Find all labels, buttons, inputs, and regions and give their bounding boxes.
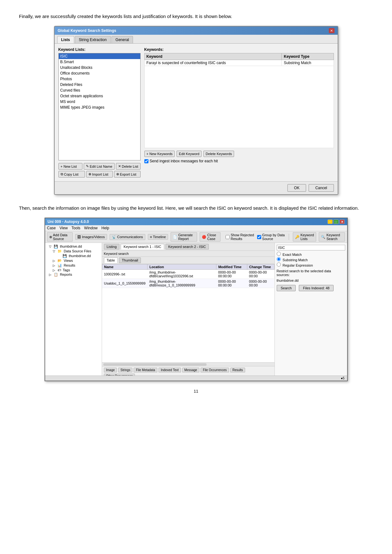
- ok-button[interactable]: OK: [287, 184, 306, 192]
- group-by-data-source-label: Group by Data Source: [257, 233, 285, 241]
- menu-window[interactable]: Window: [84, 226, 98, 230]
- dialog-close-button[interactable]: ✕: [329, 28, 335, 33]
- tree-item-label: thumbdrive.dd: [69, 254, 91, 258]
- bottom-tab-strings[interactable]: Strings: [118, 368, 132, 372]
- tree-item-label: Tags: [63, 268, 70, 272]
- tree-item-thumbdrive[interactable]: ▽ 💾 thumbdrive.dd: [46, 244, 100, 249]
- bottom-tab-image[interactable]: Image: [104, 368, 117, 372]
- generate-report-button[interactable]: 📄 Generate Report: [171, 232, 197, 242]
- search-execute-button[interactable]: Search: [277, 285, 296, 291]
- table-row[interactable]: 10002996-.txt /img_thumbdrive-dfd8/carve…: [102, 270, 274, 279]
- list-item[interactable]: B.Smart: [59, 59, 140, 65]
- regex-option[interactable]: Regular Expression: [277, 262, 345, 267]
- list-item[interactable]: Office documents: [59, 70, 140, 76]
- exact-match-radio[interactable]: [277, 252, 281, 256]
- list-item[interactable]: Photos: [59, 76, 140, 82]
- menu-tools[interactable]: Tools: [71, 226, 80, 230]
- autopsy-tabs-bar: Listing Keyword search 1 - ISIC Keyword …: [102, 243, 274, 251]
- file-modified-cell: 0000-00-00 00:00:00: [216, 270, 247, 279]
- generate-report-label: Generate Report: [178, 233, 195, 241]
- col-name: Name: [102, 264, 148, 270]
- tree-item-reports[interactable]: ▷ 📋 Reports: [46, 272, 100, 277]
- tab-thumbnail[interactable]: Thumbnail: [119, 257, 141, 263]
- bottom-tab-message[interactable]: Message: [182, 368, 200, 372]
- autopsy-main: Listing Keyword search 1 - ISIC Keyword …: [102, 243, 274, 376]
- tab-general[interactable]: General: [112, 36, 133, 43]
- tree-item-label: Reports: [60, 273, 72, 276]
- tab-listing[interactable]: Listing: [104, 244, 120, 250]
- list-item[interactable]: Curved files: [59, 87, 140, 93]
- tab-kw-search-2[interactable]: Keyword search 2 - ISIC: [166, 244, 209, 250]
- exact-match-option[interactable]: Exact Match: [277, 252, 345, 256]
- tree-item-views[interactable]: ▷ 📂 Views: [46, 258, 100, 263]
- table-row[interactable]: Usaldoc_1_0_1559999999 /img_thumbdrive-d…: [102, 279, 274, 288]
- communications-button[interactable]: 📡 Communications: [110, 234, 145, 240]
- menu-view[interactable]: View: [60, 226, 68, 230]
- files-indexed-button[interactable]: Files Indexed: 48: [299, 285, 334, 291]
- timeline-button[interactable]: ≡ Timeline: [148, 234, 168, 240]
- delete-keywords-button[interactable]: Delete Keywords: [203, 151, 234, 157]
- keyword-lists-button[interactable]: 🔑 Keyword Lists: [293, 232, 316, 242]
- menu-help[interactable]: Help: [101, 226, 109, 230]
- edit-keyword-button[interactable]: Edit Keyword: [177, 151, 202, 157]
- bottom-tab-results[interactable]: Results: [230, 368, 245, 372]
- maximize-button[interactable]: □: [334, 220, 339, 224]
- add-data-source-button[interactable]: ⊕ Add Data Source: [47, 232, 73, 242]
- cancel-button[interactable]: Cancel: [309, 184, 334, 192]
- edit-list-name-button[interactable]: ✎ Edit List Name: [84, 163, 115, 170]
- list-item[interactable]: Unallocated Blocks: [59, 65, 140, 70]
- expander-icon: ▽: [49, 245, 53, 248]
- keyword-lists-label: Keyword Lists:: [58, 47, 141, 52]
- reports-icon: 📋: [54, 273, 58, 276]
- list-item[interactable]: Octet stream applications: [59, 93, 140, 99]
- list-item[interactable]: Deleted Files: [59, 82, 140, 87]
- table-row[interactable]: Farayi is suspected of counterfeiting IS…: [144, 60, 334, 66]
- file-modified-cell: 0000-00-00 00:00:00: [216, 279, 247, 288]
- regex-radio[interactable]: [277, 262, 281, 267]
- autopsy-window: Uni 009 - Autopsy 4.0.0 ─ □ ✕ Case View …: [45, 218, 348, 381]
- close-button[interactable]: ✕: [340, 220, 345, 224]
- bottom-tab-other-occurrences[interactable]: Other Occurrences: [104, 374, 135, 376]
- col-change: Change Time: [247, 264, 274, 270]
- close-case-button[interactable]: 🔴 Close Case: [200, 232, 220, 242]
- bottom-tab-file-metadata[interactable]: File Metadata: [134, 368, 157, 372]
- new-list-button[interactable]: + New List: [58, 163, 82, 170]
- new-keywords-button[interactable]: + New Keywords: [144, 151, 175, 157]
- restrict-label: Restrict search to the selected data sou…: [277, 269, 345, 277]
- export-list-button[interactable]: ⊗ Export List: [114, 171, 141, 178]
- keyword-lists-panel: Keyword Lists: ISIC B.Smart Unallocated …: [58, 47, 141, 178]
- tab-kw-search-1[interactable]: Keyword search 1 - ISIC: [121, 244, 164, 250]
- substring-match-option[interactable]: Substring Match: [277, 257, 345, 262]
- tab-table[interactable]: Table: [104, 257, 118, 263]
- keyword-search-button[interactable]: 🔍 Keyword Search: [319, 232, 345, 242]
- minimize-button[interactable]: ─: [328, 220, 333, 224]
- menu-case[interactable]: Case: [47, 226, 56, 230]
- tab-string-extraction[interactable]: String Extraction: [75, 36, 111, 43]
- substring-match-radio[interactable]: [277, 257, 281, 261]
- file-table-container: Name Location Modified Time Change Time …: [102, 264, 274, 362]
- tree-item-tags[interactable]: ▷ 🏷 Tags: [46, 268, 100, 272]
- images-videos-button[interactable]: 🖼 Images/Videos: [75, 234, 107, 240]
- horizontal-scrollbar[interactable]: [102, 362, 274, 366]
- copy-list-button[interactable]: ⧉ Copy List: [58, 171, 85, 178]
- search-options: Exact Match Substring Match Regular Expr…: [277, 252, 345, 267]
- import-list-button[interactable]: ⊕ Import List: [86, 171, 113, 178]
- send-ingest-checkbox[interactable]: [144, 159, 148, 163]
- list-item[interactable]: MS word: [59, 99, 140, 105]
- tree-item-results[interactable]: ▷ 📊 Results: [46, 263, 100, 268]
- show-rejected-checkbox[interactable]: [226, 235, 230, 239]
- plus-icon: +: [61, 165, 63, 168]
- keyword-search-input[interactable]: [277, 245, 345, 250]
- tab-lists[interactable]: Lists: [57, 36, 74, 43]
- list-item[interactable]: ISIC: [59, 53, 140, 59]
- tree-item-data-sources[interactable]: ▽ 📁 Data Source Files: [46, 249, 100, 254]
- tree-item-thumbdrive-sub[interactable]: 💾 thumbdrive.dd: [46, 254, 100, 258]
- file-location-cell: /img_thumbdrive-dfd8/resize_1_0_19999999…: [148, 279, 216, 288]
- delete-list-button[interactable]: ✕ Delete List: [116, 163, 141, 170]
- close-case-label: Close Case: [207, 233, 218, 241]
- group-by-data-source-checkbox[interactable]: [257, 235, 261, 239]
- list-item[interactable]: MIME types JPEG images: [59, 105, 140, 110]
- bottom-tab-indexed-text[interactable]: Indexed Text: [159, 368, 181, 372]
- keyword-list-box[interactable]: ISIC B.Smart Unallocated Blocks Office d…: [58, 53, 141, 160]
- bottom-tab-file-occurrences[interactable]: File Occurrences: [201, 368, 229, 372]
